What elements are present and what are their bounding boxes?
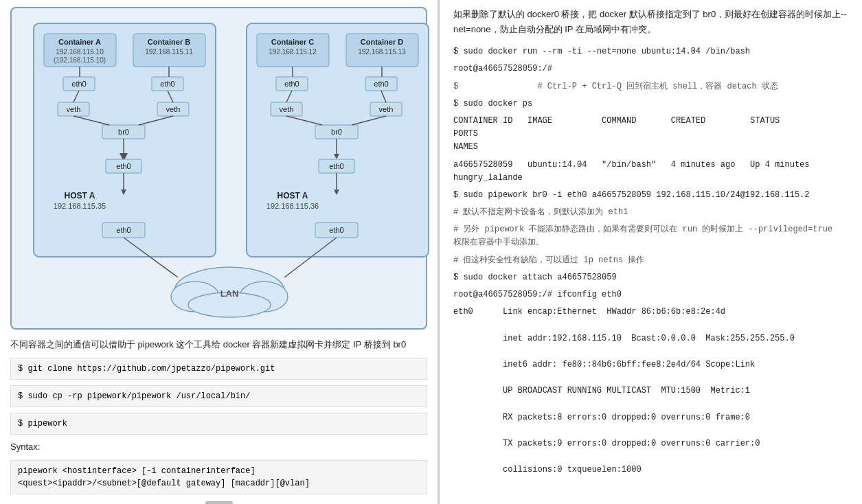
- cmd1: $ sudo docker run --rm -ti --net=none ub…: [453, 45, 848, 58]
- cmd5: $ sudo pipework br0 -i eth0 a46657528059…: [453, 189, 848, 202]
- svg-text:eth0: eth0: [116, 162, 131, 170]
- svg-text:eth0: eth0: [374, 80, 388, 88]
- left-panel: Container A 192.168.115.10 (192.168.115.…: [0, 0, 440, 504]
- svg-text:veth: veth: [166, 105, 181, 113]
- diagram-svg: Container A 192.168.115.10 (192.168.115.…: [20, 16, 439, 325]
- svg-text:(192.168.115.10): (192.168.115.10): [54, 56, 106, 64]
- cmd7: root@a46657528059:/# ifconfig eth0: [453, 288, 848, 301]
- svg-text:192.168.115.13: 192.168.115.13: [358, 48, 406, 56]
- description-text: 不同容器之间的通信可以借助于 pipework 这个工具给 docker 容器新…: [10, 338, 427, 352]
- cmd6: $ sudo docker attach a46657528059: [453, 271, 848, 284]
- svg-text:eth0: eth0: [329, 226, 343, 234]
- svg-text:br0: br0: [331, 128, 342, 136]
- code-block-3: $ pipework: [10, 413, 427, 435]
- svg-text:eth0: eth0: [284, 80, 299, 88]
- comment3: # 但这种安全性有缺陷，可以通过 ip netns 操作: [453, 254, 848, 267]
- code-block-1: $ git clone https://github.com/jpetazzo/…: [10, 358, 427, 380]
- cmd4: $ sudo docker ps: [453, 98, 848, 111]
- svg-text:192.168.115.10: 192.168.115.10: [56, 48, 104, 56]
- svg-text:Container B: Container B: [148, 38, 190, 46]
- table-header: CONTAINER ID IMAGE COMMAND CREATED STATU…: [453, 115, 848, 154]
- svg-text:Container A: Container A: [58, 38, 101, 46]
- svg-text:eth0: eth0: [160, 80, 174, 88]
- svg-text:eth0: eth0: [116, 226, 131, 234]
- svg-text:192.168.115.35: 192.168.115.35: [54, 202, 106, 210]
- table-row: a46657528059 ubuntu:14.04 "/bin/bash" 4 …: [453, 159, 848, 185]
- svg-text:Container C: Container C: [271, 38, 314, 46]
- svg-text:192.168.115.11: 192.168.115.11: [145, 48, 193, 56]
- svg-text:br0: br0: [118, 128, 129, 136]
- svg-text:192.168.115.12: 192.168.115.12: [269, 48, 317, 56]
- svg-text:eth0: eth0: [329, 162, 343, 170]
- svg-text:HOST A: HOST A: [65, 191, 95, 201]
- svg-text:veth: veth: [280, 105, 294, 113]
- comment2: # 另外 pipework 不能添加静态路由，如果有需要则可以在 run 的时候…: [453, 223, 848, 249]
- svg-text:veth: veth: [67, 105, 81, 113]
- svg-text:LAN: LAN: [220, 288, 239, 299]
- syntax-label: Syntax:: [10, 440, 427, 455]
- code-block-4: pipework <hostinterface> [-i containerin…: [10, 460, 427, 494]
- svg-text:HOST A: HOST A: [277, 191, 308, 201]
- bottom-separator: [205, 501, 233, 504]
- svg-text:192.168.115.36: 192.168.115.36: [266, 202, 319, 210]
- svg-text:veth: veth: [379, 105, 394, 113]
- code-block-2: $ sudo cp -rp pipework/pipework /usr/loc…: [10, 385, 427, 407]
- cmd2: root@a46657528059:/#: [453, 62, 848, 76]
- eth0-section: eth0 Link encap:Ethernet HWaddr 86:b6:6b…: [453, 306, 848, 477]
- comment1: # 默认不指定网卡设备名，则默认添加为 eth1: [453, 206, 848, 219]
- network-diagram: Container A 192.168.115.10 (192.168.115.…: [10, 7, 427, 330]
- right-panel: 如果删除了默认的 docker0 桥接，把 docker 默认桥接指定到了 br…: [440, 0, 862, 504]
- svg-text:Container D: Container D: [361, 38, 403, 46]
- svg-text:eth0: eth0: [71, 80, 86, 88]
- right-intro-text: 如果删除了默认的 docker0 桥接，把 docker 默认桥接指定到了 br…: [453, 7, 848, 37]
- cmd3: $ # Ctrl-P + Ctrl-Q 回到宿主机 shell，容器 detac…: [453, 80, 848, 93]
